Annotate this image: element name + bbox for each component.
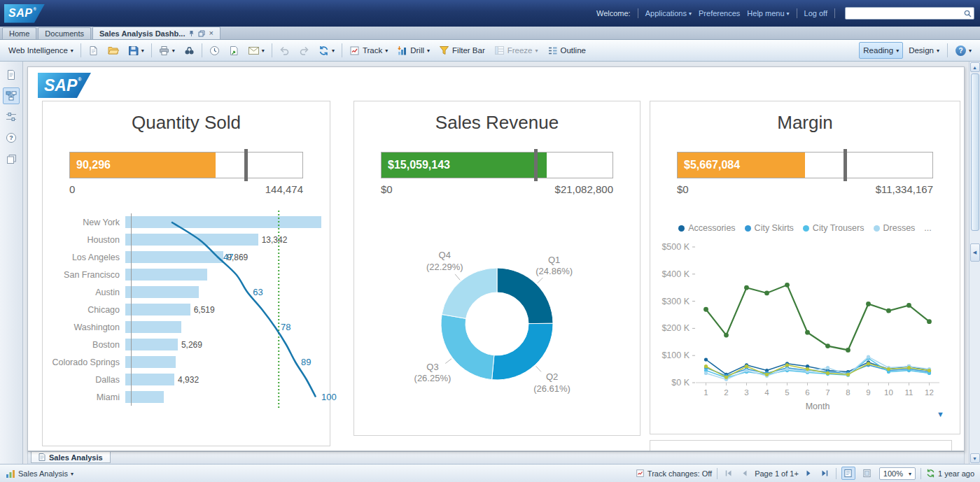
margin-line-chart[interactable]: $0 K$100 K$200 K$300 K$400 K$500 K123456… <box>657 234 953 415</box>
toolbar-divider <box>202 43 202 57</box>
legend-dot <box>745 225 751 232</box>
bullet-max-label: $11,334,167 <box>876 183 933 195</box>
outline-button[interactable]: Outline <box>543 42 590 59</box>
data-point <box>724 376 728 379</box>
previous-page-button[interactable] <box>738 468 750 479</box>
bar[interactable] <box>125 321 181 333</box>
data-point <box>785 367 789 371</box>
bar[interactable] <box>125 304 190 316</box>
chevron-down-icon: ▾ <box>787 11 790 17</box>
svg-text:$500 K: $500 K <box>662 242 690 252</box>
send-button[interactable]: ▾ <box>244 42 269 59</box>
first-page-button[interactable] <box>722 468 734 479</box>
input-controls-button[interactable] <box>3 108 20 125</box>
chevron-down-icon: ▾ <box>969 48 972 54</box>
document-summary-button[interactable] <box>3 66 20 83</box>
next-page-button[interactable] <box>804 468 815 479</box>
track-changes-toggle[interactable]: Track changes: Off <box>636 469 712 478</box>
svg-text:10: 10 <box>884 388 893 397</box>
divider <box>638 8 638 18</box>
track-button[interactable]: Track ▾ <box>345 42 392 59</box>
restore-window-icon[interactable] <box>198 30 205 37</box>
find-button[interactable] <box>180 42 199 59</box>
filter-bar-button[interactable]: Filter Bar <box>435 42 489 59</box>
last-refresh-indicator[interactable]: 1 year ago <box>926 469 974 478</box>
bar[interactable] <box>125 269 207 281</box>
navigation-map-button[interactable] <box>3 87 20 104</box>
search-icon[interactable] <box>964 10 972 17</box>
data-point <box>826 366 830 369</box>
save-button[interactable]: ▾ <box>124 42 148 59</box>
pin-icon[interactable] <box>188 30 195 37</box>
redo-button[interactable] <box>295 42 314 59</box>
data-point <box>825 343 830 348</box>
refresh-button[interactable]: ▾ <box>314 42 339 59</box>
menu-help[interactable]: Help menu ▾ <box>747 9 789 17</box>
print-button[interactable]: ▾ <box>155 42 179 59</box>
reading-mode-button[interactable]: Reading ▾ <box>859 42 903 59</box>
history-button[interactable] <box>205 42 224 59</box>
open-folder-icon <box>108 45 119 55</box>
donut-svg[interactable] <box>378 233 616 415</box>
help-panel-button[interactable]: ? <box>3 129 20 146</box>
bullet-fill: 90,296 <box>70 153 216 178</box>
menu-preferences[interactable]: Preferences <box>699 9 740 17</box>
undo-button[interactable] <box>275 42 294 59</box>
data-point <box>846 373 850 376</box>
data-point <box>764 291 769 296</box>
scrollbar-thumb[interactable] <box>971 73 979 231</box>
documents-panel-button[interactable] <box>3 150 20 167</box>
bar-row: Colorado Springs <box>47 353 321 371</box>
svg-text:$300 K: $300 K <box>662 297 690 306</box>
zoom-select[interactable]: 100% ▾ <box>879 467 916 480</box>
bar-row: Miami <box>47 388 321 406</box>
tab-sales-analysis-dashboard[interactable]: Sales Analysis Dashb... × <box>92 27 220 39</box>
panel-collapse-handle[interactable]: ◀ <box>970 243 980 262</box>
svg-text:$200 K: $200 K <box>662 323 690 333</box>
report-selector[interactable]: Sales Analysis ▾ <box>6 469 74 479</box>
bar[interactable] <box>125 286 199 298</box>
report-tab-sales-analysis[interactable]: Sales Analysis <box>31 452 111 463</box>
top-banner: SAP® Welcome: Applications ▾ Preferences… <box>0 0 980 27</box>
search-input[interactable] <box>848 8 964 18</box>
menu-applications[interactable]: Applications ▾ <box>645 9 692 17</box>
help-button[interactable]: ? ▾ <box>951 42 976 59</box>
donut-slice <box>442 268 497 318</box>
close-icon[interactable]: × <box>209 29 213 37</box>
svg-text:Month: Month <box>806 402 830 411</box>
scroll-down-button[interactable]: ▼ <box>970 453 980 463</box>
chevron-down-icon: ▾ <box>536 48 538 54</box>
page-mode-button[interactable] <box>860 467 874 480</box>
sap-logo: SAP® <box>4 4 45 23</box>
data-point <box>744 285 749 290</box>
new-document-button[interactable] <box>84 42 103 59</box>
design-mode-button[interactable]: Design ▾ <box>904 42 944 59</box>
export-button[interactable] <box>225 42 244 59</box>
web-intelligence-menu[interactable]: Web Intelligence ▾ <box>4 42 78 59</box>
data-point <box>906 303 911 308</box>
drill-button[interactable]: Drill ▾ <box>393 42 434 59</box>
log-off-link[interactable]: Log off <box>804 9 827 17</box>
freeze-button[interactable]: Freeze ▾ <box>490 42 542 59</box>
scroll-up-button[interactable]: ▲ <box>970 62 980 72</box>
scroll-down-icon[interactable]: ▼ <box>937 410 944 418</box>
donut-slice-label: Q4(22.29%) <box>426 250 463 274</box>
bar[interactable] <box>125 216 321 228</box>
legend-more: ... <box>924 223 931 233</box>
bar[interactable] <box>125 251 223 263</box>
report-sheet-icon <box>38 453 46 461</box>
bar[interactable] <box>125 356 176 368</box>
last-page-button[interactable] <box>820 468 831 479</box>
data-point <box>927 319 932 324</box>
svg-text:4: 4 <box>764 388 769 397</box>
tab-documents[interactable]: Documents <box>38 27 91 39</box>
vertical-scrollbar[interactable]: ▲ ◀ ▼ <box>969 62 980 464</box>
bar[interactable] <box>125 374 174 385</box>
bar[interactable] <box>125 339 178 350</box>
tab-home[interactable]: Home <box>2 27 36 39</box>
bar[interactable] <box>125 234 258 246</box>
open-document-button[interactable] <box>104 42 123 59</box>
track-changes-icon <box>636 469 645 478</box>
svg-text:$400 K: $400 K <box>662 269 690 279</box>
quick-display-mode-button[interactable] <box>841 467 855 480</box>
